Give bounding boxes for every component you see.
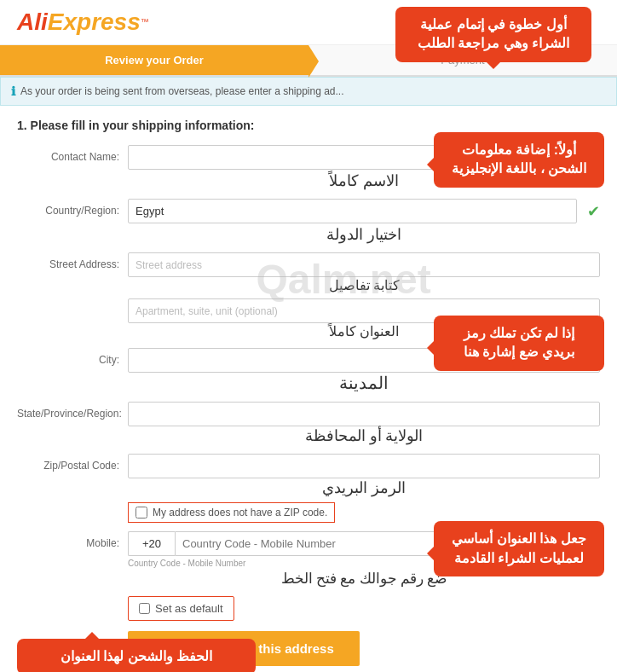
state-input[interactable]	[128, 402, 600, 426]
info-bar: ℹ As your order is being sent from overs…	[0, 77, 617, 106]
zip-label: Zip/Postal Code:	[17, 454, 128, 472]
info-text: As your order is being sent from oversea…	[20, 85, 344, 97]
step-review[interactable]: Review your Order	[0, 45, 308, 75]
logo-tm: ™	[141, 17, 149, 26]
set-default-checkbox[interactable]	[139, 603, 150, 614]
zip-field: الرمز البريدي My address does not have a…	[128, 454, 600, 523]
city-arabic-hint: المدينة	[128, 373, 600, 393]
contact-name-label: Contact Name:	[17, 145, 128, 163]
country-label: Country/Region:	[17, 199, 128, 217]
no-zip-checkbox[interactable]	[136, 507, 147, 518]
zip-row: Zip/Postal Code: الرمز البريدي My addres…	[17, 454, 600, 523]
form-section: 1. Please fill in your shipping informat…	[0, 106, 617, 672]
callout-5: الحفظ والشحن لهذا العنوان	[17, 639, 256, 672]
state-field: الولاية أو المحافظة	[128, 402, 600, 445]
page-wrapper: AliExpress™ Review your Order Payment ℹ …	[0, 0, 617, 672]
state-row: State/Province/Region: الولاية أو المحاف…	[17, 402, 600, 445]
mobile-label: Mobile:	[17, 531, 128, 549]
street-label: Street Address:	[17, 252, 128, 270]
country-select[interactable]: Egypt Saudi Arabia UAE Jordan Morocco	[128, 199, 577, 223]
section-title: 1. Please fill in your shipping informat…	[17, 119, 600, 132]
city-label: City:	[17, 348, 128, 366]
set-default-label: Set as default	[155, 602, 223, 615]
zip-arabic-hint: الرمز البريدي	[128, 478, 600, 497]
mobile-code: +20	[128, 531, 175, 556]
logo-express: Express	[48, 9, 141, 35]
callout-2: أولاً: إضافة معلومات الشحن ، باللغة الإن…	[434, 132, 604, 188]
state-arabic-hint: الولاية أو المحافظة	[128, 426, 600, 445]
country-field: Egypt Saudi Arabia UAE Jordan Morocco ✔ …	[128, 199, 600, 244]
info-icon: ℹ	[11, 84, 15, 98]
street-arabic-hint: كتابة تفاصيل	[128, 277, 600, 293]
country-check-icon: ✔	[587, 202, 600, 221]
state-label: State/Province/Region:	[17, 402, 128, 420]
zip-input[interactable]	[128, 454, 600, 478]
logo-ali: Ali	[17, 9, 48, 35]
callout-3: إذا لم تكن تملك رمز بريدي ضع إشارة هنا	[434, 316, 604, 371]
street-input[interactable]	[128, 252, 600, 277]
country-arabic-hint: اختيار الدولة	[128, 225, 600, 244]
country-row: Country/Region: Egypt Saudi Arabia UAE J…	[17, 199, 600, 244]
callout-1: أول خطوة في إتمام عملية الشراء وهي مراجع…	[395, 7, 591, 62]
callout-4: جعل هذا العنوان أساسي لعمليات الشراء الق…	[434, 521, 604, 576]
default-wrapper: Set as default	[128, 596, 600, 621]
logo: AliExpress™	[17, 9, 149, 36]
no-zip-label: My address does not have a ZIP code.	[153, 507, 327, 518]
